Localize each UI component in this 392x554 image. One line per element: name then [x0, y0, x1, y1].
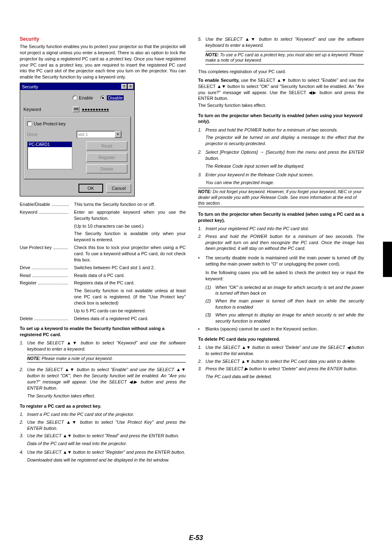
note-text: Do not forget your keyword. However, if …	[198, 189, 362, 205]
def-cont: Up to 5 PC cards can be registered.	[74, 308, 186, 314]
step-num: 1.	[198, 344, 205, 357]
help-icon[interactable]: ?	[121, 84, 127, 89]
step-sub: The Security function takes effect.	[27, 393, 186, 399]
intro-text: The Security function enables you to pro…	[20, 44, 186, 80]
keyboard-icon[interactable]: ⌨	[73, 106, 79, 112]
step-text: Use the SELECT ▲▼ button to select "Read…	[27, 433, 186, 439]
step-text: Press and hold the POWER button for a mi…	[205, 233, 364, 252]
step-text: Use the SELECT ▲▼ button to select "Keyw…	[205, 36, 364, 48]
def-cont: The Security function is not available u…	[74, 288, 186, 306]
bullet-text: The security disable mode is maintained …	[205, 255, 364, 267]
protect-groupbox: Use Protect key Drive slot 1 ▼ PC-CARD1	[23, 116, 131, 180]
read-button[interactable]: Read	[86, 141, 127, 150]
step-num: 2.	[198, 358, 205, 365]
delete-heading: To delete PC card data you registered.	[198, 336, 364, 342]
note-label: NOTE:	[27, 356, 42, 361]
def-term: Register ........................	[20, 280, 74, 286]
step-num: 1.	[20, 340, 27, 352]
drive-label: Drive	[27, 132, 76, 137]
use-protect-checkbox[interactable]	[27, 121, 32, 126]
security-heading: Security	[20, 36, 186, 42]
def-desc: Enter an appropriate keyword when you us…	[74, 209, 186, 222]
def-desc: Check this box to lock your projector wh…	[74, 245, 186, 263]
bullet-icon: •	[198, 326, 205, 332]
def-term: Drive .............................	[20, 265, 74, 271]
radio-off-icon	[72, 95, 77, 100]
step-num: 2.	[198, 233, 205, 252]
register-button[interactable]: Register	[86, 153, 127, 162]
step-num: 2.	[20, 367, 27, 391]
step-sub: Data of the PC card will be read into th…	[27, 441, 186, 447]
delete-button[interactable]: Delete	[86, 164, 127, 173]
close-icon[interactable]: ×	[128, 84, 134, 89]
step-text: Use the SELECT ▲▼ button to select "Dele…	[205, 344, 364, 357]
step-text: Enter your keyword in the Release Code i…	[205, 172, 364, 178]
def-term: Read .............................	[20, 272, 74, 279]
def-cont: The Security function is available only …	[74, 231, 186, 243]
def-cont: (Up to 10 characters can be used.)	[74, 223, 186, 229]
keyword-label: Keyword	[23, 107, 73, 112]
note-label: NOTE:	[205, 52, 220, 57]
def-term: Use Protect key ............	[20, 245, 74, 263]
def-term: Delete ...........................	[20, 316, 74, 322]
paren-num: (1)	[205, 284, 215, 297]
note-text: Please make a note of your keyword.	[42, 356, 113, 361]
def-desc: This turns the Security function on or o…	[74, 201, 186, 208]
paren-text: When "OK" is selected at an image for wh…	[215, 284, 364, 297]
step-num: 5.	[198, 36, 205, 48]
step-text: Insert a PC card into the PC card slot o…	[27, 411, 186, 418]
paren-num: (2)	[205, 298, 215, 310]
list-item: PC-CARD1	[28, 142, 72, 147]
page-number: E-53	[0, 534, 392, 542]
def-term: Enable/Disable ..............	[20, 201, 74, 208]
step-text: Press the SELECT ▶ button to select "Del…	[205, 366, 364, 372]
enable-radio[interactable]: Enable	[72, 95, 93, 100]
step-num: 3.	[198, 172, 205, 178]
paren-num: (3)	[205, 312, 215, 324]
step-text: Use the SELECT ▲▼ button to select the P…	[205, 358, 364, 365]
def-desc: Registers data of the PC card.	[74, 280, 186, 286]
step-sub: The Release Code input screen will be di…	[205, 163, 364, 169]
step-text: Insert your registered PC card into the …	[205, 226, 364, 232]
ok-button[interactable]: OK	[78, 184, 103, 193]
definitions: Enable/Disable ..............This turns …	[20, 201, 186, 321]
def-desc: Deletes data of a registered PC card.	[74, 316, 186, 322]
def-term: Keyword ........................	[20, 209, 74, 222]
bullet-text: Blanks (spaces) cannot be used in the Ke…	[205, 326, 364, 332]
keyword-field[interactable]: ●●●●●●●●●●	[82, 107, 109, 112]
bullet-icon: •	[198, 255, 205, 267]
disable-radio[interactable]: Disable	[100, 95, 124, 100]
turn-on-pc-heading: To turn on the projector when Security i…	[198, 211, 364, 223]
step-num: 4.	[20, 449, 27, 455]
step-text: Use the SELECT ▲▼ button to select "Keyw…	[27, 340, 186, 352]
paren-text: When you attempt to display an image for…	[215, 312, 364, 324]
step-sub: The PC card data will be deleted.	[205, 374, 364, 380]
setup-heading: To set up a keyword to enable the Securi…	[20, 325, 186, 337]
step-num: 3.	[20, 433, 27, 439]
step-text: Press and hold the POWER button for a mi…	[205, 127, 364, 133]
step-text: Use the SELECT ▲▼ button to select "Regi…	[27, 449, 186, 455]
step-num: 3.	[198, 366, 205, 372]
left-column: Security The Security function enables y…	[20, 36, 186, 466]
step-text: Select [Projector Options] → [Security] …	[205, 149, 364, 162]
step-num: 1.	[198, 226, 205, 232]
enable-para: To enable Security, use the SELECT ▲▼ bu…	[198, 77, 364, 102]
note-text: To use a PC card as a protect key, you m…	[205, 52, 363, 63]
def-desc: Switches between PC Card slot 1 and 2.	[74, 265, 186, 271]
side-tab	[383, 242, 392, 277]
step-sub: You can view the projected image.	[205, 180, 364, 186]
dialog-title: Security	[22, 84, 38, 89]
step-num: 1.	[20, 411, 27, 418]
disable-label: Disable	[107, 95, 124, 100]
step-num: 2.	[20, 419, 27, 432]
complete-text: This completes registration of your PC c…	[198, 69, 364, 75]
drive-value: slot 1	[78, 132, 88, 137]
step-sub: Downloaded data will be registered and b…	[27, 457, 186, 463]
step-num: 1.	[198, 127, 205, 133]
drive-dropdown[interactable]: slot 1 ▼	[76, 131, 122, 138]
cancel-button[interactable]: Cancel	[106, 184, 131, 193]
paren-text: When the main power is turned off then b…	[215, 298, 364, 310]
step-num: 2.	[198, 149, 205, 162]
step-text: Use the SELECT ▲▼ button to select "Use …	[27, 419, 186, 432]
pc-card-listbox[interactable]: PC-CARD1	[27, 141, 72, 169]
